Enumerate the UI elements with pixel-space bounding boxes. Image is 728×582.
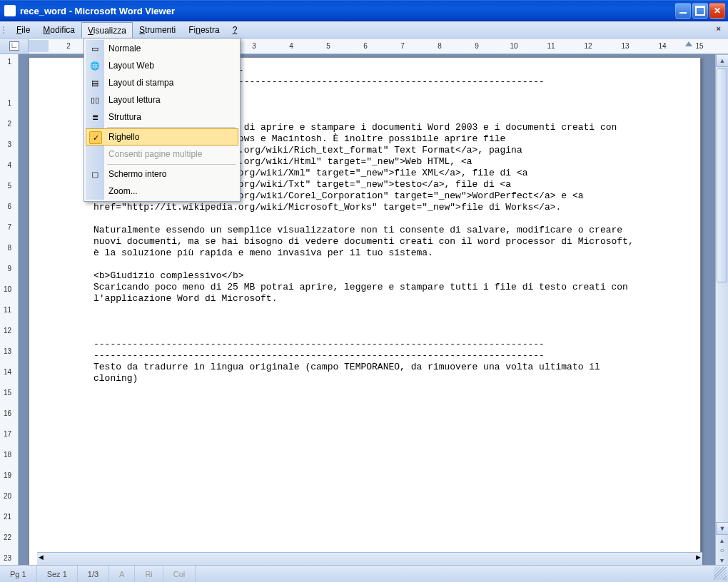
- ruler-number: 17: [4, 430, 11, 438]
- menu-label: Layout di stampa: [108, 78, 173, 88]
- scroll-down-button[interactable]: ▼: [716, 522, 728, 535]
- scroll-right-button[interactable]: ►: [694, 553, 702, 565]
- ruler-number: 18: [4, 451, 11, 459]
- ruler-number: 14: [4, 368, 11, 376]
- menu-label: Consenti pagine multiple: [108, 149, 202, 159]
- maximize-button[interactable]: [692, 3, 708, 19]
- indent-marker-icon[interactable]: [685, 41, 692, 46]
- title-bar: rece_word - Microsoft Word Viewer: [0, 0, 728, 21]
- menu-zoom[interactable]: Zoom...: [86, 183, 238, 200]
- menu-label: Layout lettura: [108, 95, 161, 105]
- ruler-number: 10: [4, 285, 11, 293]
- ruler-number: 20: [4, 492, 11, 500]
- menu-label: Zoom...: [108, 186, 138, 196]
- ruler-number: 21: [4, 513, 11, 521]
- menu-file[interactable]: File: [10, 21, 36, 38]
- document-close-button[interactable]: ×: [709, 21, 728, 38]
- menu-layout-web[interactable]: 🌐 Layout Web: [86, 57, 238, 74]
- ruler-number: 19: [4, 471, 11, 479]
- page-normal-icon: ▭: [89, 42, 101, 55]
- window-title: rece_word - Microsoft Word Viewer: [20, 6, 175, 16]
- close-button[interactable]: [709, 3, 725, 19]
- menu-strumenti[interactable]: Strumenti: [133, 21, 182, 38]
- ruler-number: 5: [310, 42, 347, 50]
- ruler-number: 3: [7, 141, 11, 148]
- ruler-number: 14: [644, 42, 681, 50]
- ruler-number: 23: [4, 554, 11, 562]
- scroll-thumb[interactable]: [717, 68, 727, 282]
- ruler-number: 4: [7, 161, 11, 169]
- menu-label: Righello: [108, 132, 139, 142]
- ruler-number: 13: [607, 42, 644, 50]
- scroll-up-button[interactable]: ▲: [716, 54, 728, 67]
- status-at: A: [109, 566, 135, 582]
- scroll-left-button[interactable]: ◄: [37, 553, 45, 565]
- menu-layout-lettura[interactable]: ▯▯ Layout lettura: [86, 91, 238, 108]
- menu-modifica[interactable]: Modifica: [36, 21, 81, 38]
- ruler-number: 22: [4, 534, 11, 541]
- menu-schermo-intero[interactable]: ▢ Schermo intero: [86, 165, 238, 183]
- ruler-number: 15: [4, 389, 11, 397]
- toolbar-grip[interactable]: [3, 21, 7, 38]
- ruler-number: 2: [7, 120, 11, 128]
- ruler-number: 16: [718, 42, 728, 50]
- vertical-scrollbar[interactable]: ▲ ▼ ▴ ○ ▾: [715, 54, 728, 565]
- globe-icon: 🌐: [89, 59, 101, 72]
- menu-righello[interactable]: ✓ Righello: [86, 128, 238, 146]
- ruler-number: 1: [7, 58, 11, 66]
- ruler-number: 13: [4, 347, 11, 355]
- menu-struttura[interactable]: ≣ Struttura: [86, 108, 238, 126]
- status-page: Pg 1: [0, 566, 37, 582]
- resize-grip[interactable]: [714, 567, 727, 580]
- menu-help[interactable]: ?: [226, 21, 244, 38]
- ruler-number: 11: [4, 306, 11, 314]
- status-bar: Pg 1 Sez 1 1/3 A Ri Col: [0, 565, 728, 582]
- tab-selector[interactable]: [0, 39, 29, 53]
- ruler-number: 12: [570, 42, 607, 50]
- menu-label: Struttura: [108, 112, 141, 122]
- browse-object-button[interactable]: ○: [716, 545, 728, 555]
- check-icon: ✓: [89, 131, 102, 144]
- minimize-button[interactable]: [675, 3, 691, 19]
- status-line: Ri: [135, 566, 163, 582]
- next-page-button[interactable]: ▾: [716, 555, 728, 565]
- menu-finestra[interactable]: Finestra: [182, 21, 226, 38]
- ruler-number: 8: [7, 244, 11, 252]
- screen-icon: ▢: [89, 168, 101, 180]
- horizontal-scrollbar[interactable]: ◄ ►: [37, 552, 702, 565]
- ruler-number: 7: [384, 42, 421, 50]
- ruler-number: 6: [347, 42, 384, 50]
- ruler-number: 9: [7, 265, 11, 272]
- status-section: Sez 1: [37, 566, 78, 582]
- ruler-number: 3: [236, 42, 273, 50]
- ruler-number: 11: [532, 42, 570, 50]
- menu-normale[interactable]: ▭ Normale: [86, 40, 238, 57]
- prev-page-button[interactable]: ▴: [716, 535, 728, 545]
- ruler-number: 10: [495, 42, 532, 50]
- menu-layout-stampa[interactable]: ▤ Layout di stampa: [86, 74, 238, 91]
- ruler-number: 2: [50, 42, 87, 50]
- ruler-number: 7: [7, 223, 11, 231]
- visualizza-dropdown: ▭ Normale 🌐 Layout Web ▤ Layout di stamp…: [84, 38, 241, 202]
- ruler-number: 12: [4, 327, 11, 335]
- app-icon: [4, 5, 16, 16]
- status-pagecount: 1/3: [78, 566, 109, 582]
- ruler-number: 9: [458, 42, 495, 50]
- menu-visualizza[interactable]: Visualizza: [81, 22, 133, 38]
- page-print-icon: ▤: [89, 76, 101, 89]
- ruler-number: 1: [7, 99, 11, 107]
- ruler-number: 5: [7, 182, 11, 190]
- status-col: Col: [163, 566, 196, 582]
- ruler-number: 8: [421, 42, 458, 50]
- ruler-number: 4: [273, 42, 310, 50]
- outline-icon: ≣: [89, 111, 101, 123]
- vertical-ruler[interactable]: 11234567891011121314151617181920212223: [0, 54, 19, 565]
- menu-label: Normale: [108, 44, 141, 53]
- menu-label: Schermo intero: [108, 169, 166, 179]
- book-icon: ▯▯: [89, 93, 101, 106]
- menu-label: Layout Web: [108, 61, 154, 71]
- menu-pagine-multiple: Consenti pagine multiple: [86, 146, 238, 163]
- ruler-number: 16: [4, 409, 11, 417]
- ruler-number: 6: [7, 203, 11, 210]
- menu-bar: File Modifica Visualizza Strumenti Fines…: [0, 21, 728, 39]
